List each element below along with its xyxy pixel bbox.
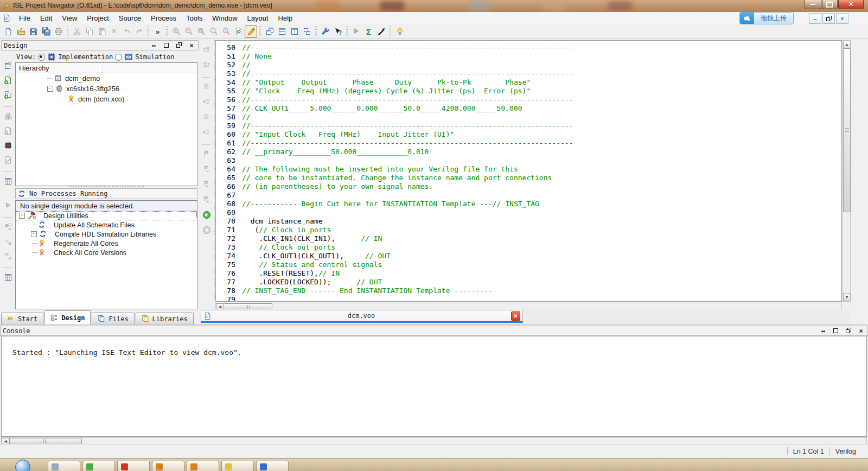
radio-simulation[interactable] — [115, 54, 122, 61]
menu-help[interactable]: Help — [273, 12, 298, 24]
bookmark-next-button[interactable] — [201, 164, 212, 174]
process-item[interactable]: Check All Core Versions — [16, 248, 197, 257]
detach-icon[interactable]: ↔ — [149, 42, 158, 49]
menu-process[interactable]: Process — [146, 12, 181, 24]
zoom-point-button[interactable] — [220, 26, 232, 38]
code-line[interactable]: 66// (in parentheses) to your own signal… — [216, 182, 841, 191]
lines-5-button[interactable]: 5 — [201, 97, 212, 107]
zoom-in-button[interactable] — [170, 26, 182, 38]
code-line[interactable]: 77 .LOCKED(LOCKED)); // OUT — [216, 278, 841, 287]
tab-design[interactable]: Design — [44, 310, 91, 324]
close-button[interactable]: ✕ — [838, 0, 864, 9]
code-line[interactable]: 64// The following must be inserted into… — [216, 165, 841, 174]
hierarchy-item[interactable]: dcm (dcm.xco) — [16, 94, 197, 104]
sigma-button[interactable]: Σ — [362, 26, 375, 38]
taskbar-button[interactable] — [152, 461, 184, 471]
src-chip-check-button[interactable] — [3, 140, 13, 150]
lines2-button[interactable] — [201, 112, 212, 122]
highlight-button[interactable] — [245, 26, 257, 38]
bookmark-button[interactable] — [201, 149, 212, 159]
run-button[interactable] — [350, 26, 362, 38]
new-file-button[interactable] — [2, 26, 15, 38]
help-pointer-button[interactable]: ? — [331, 26, 344, 38]
proc-table-button[interactable] — [3, 272, 13, 282]
menu-edit[interactable]: Edit — [35, 12, 57, 24]
menu-source[interactable]: Source — [114, 12, 146, 24]
code-line[interactable]: 73 // Clock out ports — [216, 243, 841, 252]
code-line[interactable]: 61//------------------------------------… — [216, 139, 841, 148]
nav-forward-button[interactable] — [201, 225, 212, 235]
code-line[interactable]: 52// — [216, 61, 841, 69]
code-line[interactable]: 60// "Input Clock Freq (MHz) Input Jitte… — [216, 130, 841, 139]
delete-button[interactable] — [108, 26, 120, 38]
tree-expander-plus-icon[interactable]: + — [31, 231, 37, 237]
src-table-button[interactable] — [3, 176, 13, 186]
code-line[interactable]: 79 — [216, 295, 841, 302]
scroll-down-arrow[interactable]: ▼ — [843, 293, 851, 301]
menu-layout[interactable]: Layout — [242, 12, 273, 24]
hierarchy-item[interactable]: −xc6slx16-3ftg256 — [16, 84, 197, 94]
cut-button[interactable] — [71, 26, 83, 38]
copy-button[interactable] — [83, 26, 95, 38]
hierarchy-item[interactable]: dcm_demo — [16, 73, 197, 84]
src-chips-button[interactable] — [3, 111, 13, 121]
taskbar-button[interactable] — [117, 461, 150, 471]
close-icon[interactable]: × — [187, 42, 196, 49]
process-item[interactable]: −Design Utilities — [16, 211, 197, 220]
taskbar-button[interactable] — [48, 461, 80, 471]
refresh-doc-button[interactable] — [232, 26, 245, 38]
paste-button[interactable] — [95, 26, 108, 38]
tree-expander-minus-icon[interactable]: − — [19, 213, 25, 219]
window-tile-v-button[interactable] — [288, 26, 301, 38]
wrench-button[interactable] — [319, 26, 331, 38]
window-cascade-button[interactable] — [263, 26, 276, 38]
taskbar-button[interactable] — [256, 461, 289, 471]
maximize-icon[interactable] — [162, 42, 171, 49]
start-orb[interactable] — [15, 460, 30, 471]
code-line[interactable]: 50//------------------------------------… — [216, 43, 841, 52]
proc-proc-x-button[interactable] — [3, 236, 13, 246]
code-line[interactable]: 67 — [216, 191, 841, 200]
proc-proc-check-button[interactable] — [3, 251, 13, 261]
taskbar-button[interactable] — [187, 461, 219, 471]
editor-vertical-scrollbar[interactable]: ▲ ▼ — [843, 40, 851, 302]
drag-upload-button[interactable]: 拖拽上传 — [740, 12, 793, 24]
window-tile-h-button[interactable] — [276, 26, 288, 38]
code-line[interactable]: 78// INST_TAG_END ------ End INSTANTIATI… — [216, 287, 841, 295]
zoom-box-button[interactable] — [195, 26, 207, 38]
maximize-button[interactable] — [822, 0, 838, 9]
lines-5b-button[interactable]: 5 — [201, 127, 212, 137]
menu-window[interactable]: Window — [207, 12, 242, 24]
document-tab[interactable]: dcm.veo ✕ — [201, 310, 523, 323]
code-line[interactable]: 65// core to be instantiated. Change the… — [216, 174, 841, 182]
code-line[interactable]: 53//------------------------------------… — [216, 69, 841, 78]
tab-libraries[interactable]: Libraries — [136, 313, 194, 324]
process-item[interactable]: Update All Schematic Files — [16, 220, 197, 230]
code-line[interactable]: 70 dcm instance_name — [216, 217, 841, 226]
bookmark-prev-button[interactable] — [201, 179, 212, 189]
process-item[interactable]: Regenerate All Cores — [16, 239, 197, 248]
proc-play-button[interactable] — [3, 200, 13, 211]
src-add-source-button[interactable] — [3, 75, 13, 85]
indent-button[interactable] — [201, 60, 212, 70]
tab-files[interactable]: Files — [92, 313, 134, 324]
src-check-button[interactable] — [3, 155, 13, 165]
analyze-button[interactable] — [375, 26, 387, 38]
minimize-button[interactable] — [805, 0, 821, 9]
mdi-close-button[interactable]: × — [836, 13, 848, 24]
float-icon[interactable] — [175, 41, 183, 49]
code-line[interactable]: 55// "Clock Freq (MHz) (degrees) Cycle (… — [216, 87, 841, 96]
code-line[interactable]: 72 .CLK_IN1(CLK_IN1), // IN — [216, 234, 841, 243]
code-line[interactable]: 56//------------------------------------… — [216, 96, 841, 104]
redo-button[interactable] — [133, 26, 145, 38]
outdent-button[interactable] — [201, 44, 212, 55]
mdi-minimize-button[interactable]: – — [809, 13, 821, 24]
code-line[interactable]: 71 (// Clock in ports — [216, 226, 841, 234]
scroll-up-arrow[interactable]: ▲ — [843, 41, 851, 49]
tab-start[interactable]: Start — [1, 313, 43, 324]
tree-expander-minus-icon[interactable]: − — [47, 86, 53, 92]
code-line[interactable]: 69 — [216, 208, 841, 217]
save-all-button[interactable] — [40, 26, 52, 38]
src-new-window-button[interactable] — [3, 60, 13, 71]
code-line[interactable]: 68//----------- Begin Cut here for INSTA… — [216, 200, 841, 208]
